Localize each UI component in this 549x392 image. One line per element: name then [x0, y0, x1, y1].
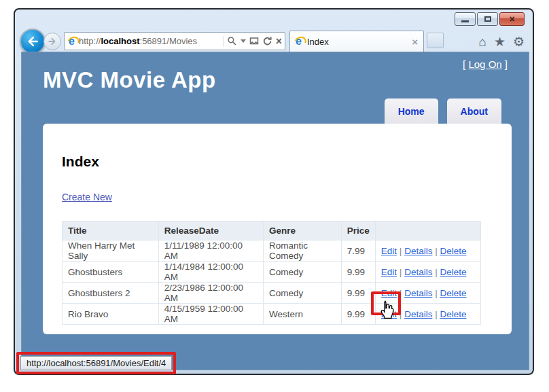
- address-bar-icons: ×: [223, 36, 282, 47]
- favorites-star-icon[interactable]: ★: [494, 35, 506, 48]
- tab-index[interactable]: e Index ×: [289, 31, 424, 52]
- tab-close-icon[interactable]: ×: [412, 37, 418, 47]
- tab-favicon-icon: e: [296, 36, 302, 47]
- table-row: When Harry Met Sally 1/11/1989 12:00:00 …: [63, 240, 481, 262]
- forward-arrow-icon: [48, 37, 57, 46]
- new-tab-button[interactable]: [427, 33, 444, 48]
- minimize-icon: [461, 20, 469, 22]
- ie-favicon-icon: e: [69, 36, 75, 47]
- minimize-button[interactable]: [455, 12, 476, 26]
- compatibility-view-icon[interactable]: [249, 37, 259, 46]
- cell-title: Ghostbusters: [63, 262, 159, 283]
- delete-link[interactable]: Delete: [440, 246, 466, 256]
- tab-title: Index: [307, 37, 412, 47]
- edit-link[interactable]: Edit: [381, 246, 397, 256]
- table-row: Ghostbusters 2 2/23/1986 12:00:00 AM Com…: [63, 283, 481, 304]
- separator: |: [435, 309, 438, 319]
- create-new-link[interactable]: Create New: [62, 192, 112, 202]
- cell-genre: Comedy: [264, 262, 342, 283]
- details-link[interactable]: Details: [404, 288, 432, 298]
- logon-area: [ Log On ]: [463, 58, 508, 70]
- cell-price: 9.99: [341, 304, 375, 325]
- app-title: MVC Movie App: [43, 67, 216, 93]
- cell-genre: Western: [264, 304, 342, 325]
- cell-price: 9.99: [341, 283, 375, 304]
- page-viewport: [ Log On ] MVC Movie App Home About Inde…: [21, 52, 529, 370]
- home-icon[interactable]: ⌂: [478, 35, 486, 48]
- cell-actions: Edit | Details | Delete: [375, 262, 480, 283]
- close-icon: ×: [509, 14, 514, 24]
- separator: |: [435, 267, 438, 277]
- logon-bracket: ]: [502, 58, 508, 70]
- table-row: Ghostbusters 1/14/1984 12:00:00 AM Comed…: [63, 262, 481, 283]
- window-controls: ×: [455, 12, 525, 26]
- col-releasedate: ReleaseDate: [158, 221, 263, 240]
- separator: |: [435, 288, 438, 298]
- cell-actions: Edit | Details | Delete: [375, 240, 480, 262]
- logon-link[interactable]: Log On: [468, 58, 501, 70]
- forward-button[interactable]: [43, 33, 61, 50]
- edit-link[interactable]: Edit: [381, 288, 397, 298]
- separator: |: [400, 246, 402, 256]
- cell-genre: Comedy: [264, 283, 342, 304]
- details-link[interactable]: Details: [404, 309, 432, 319]
- separator: |: [435, 246, 438, 256]
- cell-price: 7.99: [341, 240, 375, 262]
- cell-release-date: 1/14/1984 12:00:00 AM: [158, 262, 263, 283]
- cell-price: 9.99: [341, 262, 375, 283]
- delete-link[interactable]: Delete: [440, 309, 466, 319]
- nav-about-button[interactable]: About: [447, 99, 501, 124]
- search-icon[interactable]: [227, 36, 237, 46]
- table-header-row: Title ReleaseDate Genre Price: [63, 221, 481, 240]
- cell-title: Rio Bravo: [63, 304, 159, 325]
- page-heading: Index: [62, 154, 99, 170]
- delete-link[interactable]: Delete: [440, 288, 466, 298]
- separator: |: [400, 309, 402, 319]
- cell-title: Ghostbusters 2: [63, 283, 159, 304]
- cell-actions: Edit | Details | Delete: [375, 304, 480, 325]
- cell-release-date: 1/11/1989 12:00:00 AM: [158, 240, 263, 262]
- back-button[interactable]: [20, 29, 46, 54]
- col-genre: Genre: [264, 221, 342, 240]
- address-bar[interactable]: e http://localhost:56891/Movies ×: [64, 32, 285, 50]
- edit-link[interactable]: Edit: [381, 267, 397, 277]
- table-row: Rio Bravo 4/15/1959 12:00:00 AM Western …: [63, 304, 481, 325]
- separator: |: [400, 288, 402, 298]
- status-highlight-box: http://localhost:56891/Movies/Edit/4: [16, 352, 176, 374]
- col-price: Price: [341, 221, 375, 240]
- cell-genre: Romantic Comedy: [264, 240, 342, 262]
- edit-link-highlighted[interactable]: Edit: [381, 309, 397, 319]
- details-link[interactable]: Details: [404, 267, 432, 277]
- details-link[interactable]: Details: [404, 246, 432, 256]
- col-actions: [375, 221, 480, 240]
- cell-title: When Harry Met Sally: [63, 240, 159, 262]
- content-card: Index Create New Title ReleaseDate Genre…: [43, 124, 512, 334]
- refresh-icon[interactable]: [262, 36, 272, 46]
- cell-release-date: 4/15/1959 12:00:00 AM: [158, 304, 263, 325]
- main-nav: Home About: [385, 99, 501, 124]
- cell-actions: Edit | Details | Delete: [375, 283, 480, 304]
- status-tooltip: http://localhost:56891/Movies/Edit/4: [20, 356, 172, 370]
- close-button[interactable]: ×: [499, 12, 525, 26]
- col-title: Title: [63, 221, 159, 240]
- tools-gear-icon[interactable]: ⚙: [513, 35, 525, 48]
- maximize-button[interactable]: [477, 12, 498, 26]
- url-text[interactable]: http://localhost:56891/Movies: [79, 36, 223, 46]
- browser-window: × e http://localhost:56891/Movies: [14, 8, 534, 375]
- maximize-icon: [484, 16, 491, 22]
- separator: |: [400, 267, 402, 277]
- movies-table: Title ReleaseDate Genre Price When Harry…: [62, 221, 481, 325]
- cell-release-date: 2/23/1986 12:00:00 AM: [158, 283, 263, 304]
- stop-icon[interactable]: ×: [276, 36, 282, 47]
- nav-home-button[interactable]: Home: [385, 99, 438, 124]
- search-dropdown-caret-icon[interactable]: [241, 39, 246, 43]
- delete-link[interactable]: Delete: [440, 267, 466, 277]
- back-arrow-icon: [26, 35, 39, 48]
